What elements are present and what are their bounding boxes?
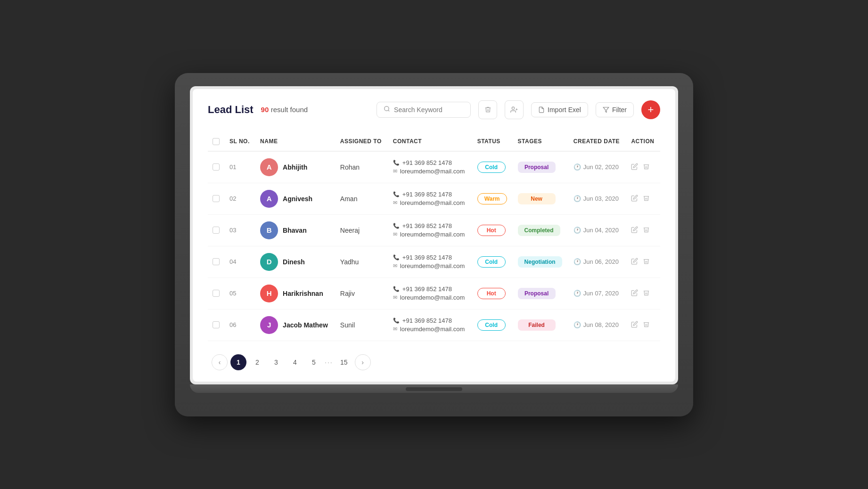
date-5: Jun 07, 2020 [583, 290, 619, 297]
page-2-button[interactable]: 2 [249, 354, 265, 370]
table-row: 01 A Abhijith Rohan 📞 +91 369 852 1478 ✉… [208, 151, 660, 183]
avatar-2: A [260, 190, 278, 208]
phone-number-3: +91 369 852 1478 [402, 222, 452, 229]
add-button[interactable]: + [641, 100, 660, 119]
clock-icon-1: 🕐 [573, 163, 581, 171]
delete-icon-5[interactable] [643, 289, 650, 298]
name-text-6: Jacob Mathew [283, 321, 328, 329]
email-icon-5: ✉ [393, 294, 397, 301]
col-slno: SL NO. [225, 132, 255, 151]
pagination: ‹ 1 2 3 4 5 ··· 15 › [208, 354, 660, 370]
phone-5: 📞 +91 369 852 1478 [393, 285, 468, 293]
edit-icon-3[interactable] [631, 226, 638, 235]
filter-button[interactable]: Filter [596, 102, 634, 117]
select-all-checkbox[interactable] [213, 138, 220, 145]
page-title: Lead List [208, 104, 254, 116]
col-action: ACTION [626, 132, 660, 151]
date-6: Jun 08, 2020 [583, 321, 619, 328]
date-cell-4: 🕐 Jun 06, 2020 [573, 258, 622, 265]
delete-icon-2[interactable] [643, 195, 650, 203]
phone-icon-3: 📞 [393, 223, 400, 229]
email-icon-2: ✉ [393, 200, 397, 206]
row-checkbox-4[interactable] [213, 258, 220, 265]
delete-icon-6[interactable] [643, 321, 650, 329]
delete-icon-1[interactable] [643, 163, 650, 171]
phone-number-6: +91 369 852 1478 [402, 317, 452, 324]
next-page-button[interactable]: › [355, 354, 371, 370]
phone-6: 📞 +91 369 852 1478 [393, 317, 468, 324]
table-row: 03 B Bhavan Neeraj 📞 +91 369 852 1478 ✉ … [208, 214, 660, 246]
email-4: ✉ loreumdemo@mail.com [393, 262, 468, 269]
row-checkbox-6[interactable] [213, 321, 220, 328]
assigned-to-3: Neeraj [336, 214, 388, 246]
table-row: 02 A Agnivesh Aman 📞 +91 369 852 1478 ✉ … [208, 183, 660, 214]
row-checkbox-5[interactable] [213, 290, 220, 297]
name-text-4: Dinesh [283, 258, 305, 266]
row-checkbox-3[interactable] [213, 227, 220, 234]
assigned-to-1: Rohan [336, 151, 388, 183]
stage-badge-1: Proposal [518, 162, 556, 173]
phone-icon-6: 📞 [393, 318, 400, 324]
phone-icon-2: 📞 [393, 191, 400, 197]
avatar-6: J [260, 316, 278, 334]
name-cell-4: D Dinesh [260, 253, 331, 271]
search-input[interactable] [394, 106, 460, 114]
name-cell-6: J Jacob Mathew [260, 316, 331, 334]
user-icon-button[interactable] [505, 100, 524, 119]
page-1-button[interactable]: 1 [230, 354, 246, 370]
edit-icon-1[interactable] [631, 163, 638, 171]
edit-icon-6[interactable] [631, 321, 638, 329]
edit-icon-4[interactable] [631, 258, 638, 266]
search-box[interactable] [377, 102, 471, 118]
email-icon-4: ✉ [393, 263, 397, 269]
action-cell-4[interactable] [631, 258, 655, 266]
email-2: ✉ loreumdemo@mail.com [393, 199, 468, 206]
email-icon-6: ✉ [393, 326, 397, 332]
avatar-3: B [260, 221, 278, 239]
contact-cell-3: 📞 +91 369 852 1478 ✉ loreumdemo@mail.com [393, 222, 468, 238]
contact-cell-2: 📞 +91 369 852 1478 ✉ loreumdemo@mail.com [393, 191, 468, 206]
action-cell-3[interactable] [631, 226, 655, 235]
import-button[interactable]: Import Exel [531, 102, 588, 117]
action-cell-6[interactable] [631, 321, 655, 329]
col-contact: CONTACT [388, 132, 473, 151]
page-15-button[interactable]: 15 [336, 354, 352, 370]
status-badge-2: Warm [477, 193, 507, 204]
email-address-6: loreumdemo@mail.com [400, 326, 465, 333]
email-5: ✉ loreumdemo@mail.com [393, 294, 468, 301]
action-cell-1[interactable] [631, 163, 655, 171]
contact-cell-6: 📞 +91 369 852 1478 ✉ loreumdemo@mail.com [393, 317, 468, 333]
stage-badge-5: Proposal [518, 288, 556, 299]
prev-page-button[interactable]: ‹ [212, 354, 228, 370]
action-cell-2[interactable] [631, 195, 655, 203]
date-3: Jun 04, 2020 [583, 227, 619, 234]
action-cell-5[interactable] [631, 289, 655, 298]
assigned-to-5: Rajiv [336, 277, 388, 309]
date-4: Jun 06, 2020 [583, 258, 619, 265]
date-2: Jun 03, 2020 [583, 195, 619, 202]
page-3-button[interactable]: 3 [268, 354, 284, 370]
edit-icon-2[interactable] [631, 195, 638, 203]
row-checkbox-2[interactable] [213, 195, 220, 202]
contact-cell-5: 📞 +91 369 852 1478 ✉ loreumdemo@mail.com [393, 285, 468, 301]
table-header-row: SL NO. NAME ASSIGNED TO CONTACT STATUS S… [208, 132, 660, 151]
name-text-2: Agnivesh [283, 195, 312, 203]
phone-number-2: +91 369 852 1478 [402, 191, 452, 198]
page-4-button[interactable]: 4 [287, 354, 303, 370]
name-cell-5: H Harikrishnan [260, 285, 331, 302]
date-cell-3: 🕐 Jun 04, 2020 [573, 227, 622, 234]
delete-button[interactable] [478, 100, 497, 119]
delete-icon-3[interactable] [643, 226, 650, 235]
sl-no-4: 04 [225, 246, 255, 277]
sl-no-5: 05 [225, 277, 255, 309]
delete-icon-4[interactable] [643, 258, 650, 266]
phone-number-1: +91 369 852 1478 [402, 159, 452, 166]
sl-no-3: 03 [225, 214, 255, 246]
name-cell-1: A Abhijith [260, 158, 331, 176]
contact-cell-1: 📞 +91 369 852 1478 ✉ loreumdemo@mail.com [393, 159, 468, 175]
edit-icon-5[interactable] [631, 289, 638, 298]
col-name: NAME [255, 132, 336, 151]
svg-point-2 [512, 107, 514, 109]
page-5-button[interactable]: 5 [306, 354, 322, 370]
row-checkbox-1[interactable] [213, 163, 220, 171]
